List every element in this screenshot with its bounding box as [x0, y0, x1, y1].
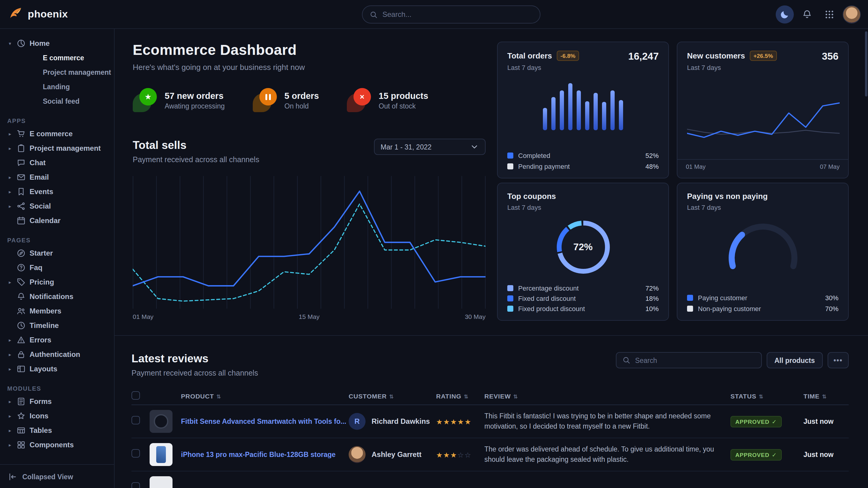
col-customer[interactable]: CUSTOMER⇅ [349, 392, 436, 399]
col-time[interactable]: TIME⇅ [803, 392, 847, 399]
card-top-coupons: Top coupons Last 7 days 72% Percentage d… [497, 183, 669, 321]
product-thumbnail [150, 410, 173, 433]
caret-right-icon: ▸ [7, 413, 13, 419]
sidebar-item-email[interactable]: ▸Email [7, 170, 107, 185]
rating-stars: ★★★★★ [436, 416, 472, 426]
legend-completed: Completed52% [507, 152, 659, 159]
all-products-button[interactable]: All products [767, 352, 823, 368]
sidebar-item-starter[interactable]: Starter [7, 246, 107, 260]
sidebar-section-apps: APPS [7, 118, 107, 124]
sidebar-item-components[interactable]: ▸Components [7, 438, 107, 452]
reviews-search-input[interactable] [635, 357, 755, 364]
sidebar-item-forms[interactable]: ▸Forms [7, 394, 107, 409]
table-row-partial [131, 471, 849, 488]
collapse-icon [8, 472, 17, 481]
x-tick: 15 May [299, 313, 320, 320]
shapes-icon [17, 412, 25, 420]
sidebar-item-pricing[interactable]: ▸Pricing [7, 275, 107, 289]
sidebar-item-notifications[interactable]: Notifications [7, 289, 107, 304]
sidebar-item-e-commerce[interactable]: E commerce [43, 51, 107, 65]
sidebar-item-label: Home [30, 39, 50, 47]
col-review[interactable]: REVIEW⇅ [484, 392, 731, 399]
sidebar-item-label: Chat [30, 159, 45, 167]
sidebar-item-label: Timeline [30, 321, 59, 330]
stat-value: 57 new orders [165, 91, 225, 100]
sidebar-item-faq[interactable]: Faq [7, 260, 107, 275]
x-tick: 07 May [820, 163, 840, 170]
star-icon: ★ [140, 88, 157, 105]
legend-value: 10% [645, 305, 659, 312]
sidebar-item-errors[interactable]: ▸Errors [7, 333, 107, 347]
stat-out-of-stock: ×15 productsOut of stock [347, 88, 428, 112]
caret-right-icon: ▸ [7, 174, 13, 180]
sidebar-item-icons[interactable]: ▸Icons [7, 409, 107, 423]
sidebar-item-landing[interactable]: Landing [43, 79, 107, 94]
card-head-left: Total orders -6.8% Last 7 days [507, 51, 579, 71]
reviews-table: PRODUCT⇅ CUSTOMER⇅ RATING⇅ REVIEW⇅ STATU… [131, 387, 849, 488]
sidebar-item-events[interactable]: ▸Events [7, 185, 107, 199]
sidebar-item-layouts[interactable]: ▸Layouts [7, 362, 107, 376]
theme-toggle-button[interactable] [776, 5, 794, 24]
cell-rating: ★★★☆☆ [436, 449, 484, 460]
row-checkbox[interactable] [131, 482, 140, 488]
sidebar-item-chat[interactable]: Chat [7, 156, 107, 170]
col-status[interactable]: STATUS⇅ [731, 392, 803, 399]
sidebar-item-label: Faq [30, 263, 42, 272]
apps-grid-button[interactable] [820, 5, 838, 24]
header-cell-checkbox [131, 391, 150, 400]
product-link[interactable]: Fitbit Sense Advanced Smartwatch with To… [181, 418, 349, 425]
col-rating[interactable]: RATING⇅ [436, 392, 484, 399]
latest-reviews-subtitle: Payment received across all channels [131, 369, 258, 378]
sidebar-item-project-management[interactable]: ▸Project management [7, 141, 107, 156]
user-avatar[interactable] [843, 5, 861, 24]
sidebar-item-home[interactable]: ▾Home [7, 36, 107, 51]
sidebar-item-members[interactable]: Members [7, 304, 107, 318]
legend-non-paying-customer: Non-paying customer70% [687, 305, 838, 312]
reviews-search[interactable] [616, 352, 762, 368]
sidebar-item-social[interactable]: ▸Social [7, 199, 107, 214]
sidebar-item-e-commerce[interactable]: ▸E commerce [7, 127, 107, 141]
star-filled-icon: ★ [443, 418, 451, 426]
sidebar-item-label: Forms [30, 397, 52, 406]
sort-icon: ⇅ [389, 393, 394, 399]
sidebar-item-authentication[interactable]: ▸Authentication [7, 347, 107, 362]
date-range-select[interactable]: Mar 1 - 31, 2022 [374, 139, 486, 155]
sidebar-item-project-management[interactable]: Project management [43, 65, 107, 79]
check-icon: ✓ [772, 418, 777, 425]
latest-reviews-title: Latest reviews [131, 352, 258, 365]
global-search[interactable] [362, 5, 540, 24]
collapse-view-toggle[interactable]: Collapsed View [0, 464, 114, 488]
legend-swatch [687, 306, 693, 312]
search-input[interactable] [382, 10, 533, 19]
new-customers-svg [687, 99, 840, 155]
latest-reviews-controls: All products ••• [616, 352, 849, 368]
sidebar-item-timeline[interactable]: Timeline [7, 318, 107, 333]
caret-right-icon: ▸ [7, 399, 13, 404]
sidebar-item-calendar[interactable]: Calendar [7, 214, 107, 228]
scrollbar-thumb[interactable] [865, 31, 867, 96]
app-scale: phoenix ▾HomeE commerceProject managemen… [0, 0, 868, 488]
legend-label: Pending payment [518, 163, 570, 170]
notifications-button[interactable] [798, 5, 816, 24]
change-badge: +26.5% [750, 51, 777, 61]
sidebar-section-pages: PAGES [7, 237, 107, 243]
row-checkbox[interactable] [131, 416, 140, 424]
total-sells-header: Total sells Payment received across all … [133, 139, 486, 164]
customer-cell: Ashley Garrett [349, 446, 436, 463]
caret-right-icon: ▸ [7, 131, 13, 136]
sidebar-item-social-feed[interactable]: Social feed [43, 94, 107, 108]
cart-icon [17, 130, 25, 138]
row-checkbox[interactable] [131, 449, 140, 458]
sidebar-item-label: E commerce [30, 130, 73, 138]
brand[interactable]: phoenix [8, 6, 68, 23]
more-options-button[interactable]: ••• [828, 352, 849, 368]
caret-right-icon: ▸ [7, 203, 13, 209]
card-head: New customers +26.5% Last 7 days 356 [687, 51, 838, 71]
col-product[interactable]: PRODUCT⇅ [181, 392, 349, 399]
product-link[interactable]: iPhone 13 pro max-Pacific Blue-128GB sto… [181, 451, 349, 458]
select-all-checkbox[interactable] [131, 391, 140, 399]
sidebar-item-tables[interactable]: ▸Tables [7, 423, 107, 438]
sidebar-item-label: Social [30, 202, 51, 210]
card-title: Paying vs non paying [687, 192, 768, 201]
table-row: Fitbit Sense Advanced Smartwatch with To… [131, 405, 849, 438]
